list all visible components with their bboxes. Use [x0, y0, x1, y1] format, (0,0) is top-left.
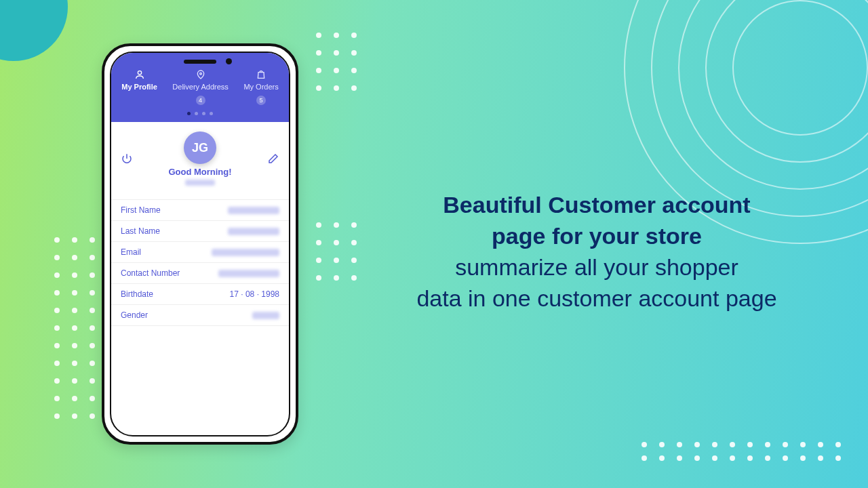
field-value-blurred	[228, 228, 279, 235]
heading-bold-line1: Beautiful Customer account	[353, 190, 841, 221]
user-icon	[134, 69, 145, 80]
tab-label: My Profile	[121, 83, 157, 91]
field-value-blurred	[228, 207, 279, 214]
tab-my-orders[interactable]: My Orders 5	[243, 69, 278, 105]
field-row-email: Email	[111, 242, 289, 263]
field-label: Contact Number	[121, 268, 180, 278]
field-label: Email	[121, 247, 141, 257]
field-value: 17 · 08 · 1998	[230, 289, 279, 299]
field-row-gender: Gender	[111, 305, 289, 326]
field-row-last-name: Last Name	[111, 221, 289, 242]
decor-dots	[316, 222, 357, 281]
field-label: Gender	[121, 310, 148, 320]
svg-point-0	[138, 71, 141, 75]
decor-dots	[642, 455, 841, 461]
avatar: JG	[184, 131, 216, 164]
bag-icon	[256, 69, 267, 80]
decor-dots	[54, 237, 95, 419]
phone-speaker	[184, 60, 216, 64]
pin-icon	[195, 69, 206, 80]
field-value-blurred	[212, 249, 279, 256]
tab-badge: 5	[256, 96, 266, 105]
heading-thin-line1: summarize all your shopper	[353, 252, 841, 283]
decor-blob	[0, 0, 68, 61]
field-value-blurred	[218, 270, 279, 277]
field-label: First Name	[121, 205, 161, 215]
profile-fields: First Name Last Name Email Contact Numbe…	[111, 199, 289, 326]
field-label: Birthdate	[121, 289, 153, 299]
tab-my-profile[interactable]: My Profile	[121, 69, 157, 105]
heading-bold-line2: page for your store	[353, 221, 841, 252]
tab-pagination-dots	[187, 112, 213, 115]
marketing-heading: Beautiful Customer account page for your…	[353, 190, 841, 314]
field-row-contact: Contact Number	[111, 263, 289, 284]
field-row-birthdate: Birthdate 17 · 08 · 1998	[111, 284, 289, 305]
decor-dots	[642, 442, 841, 447]
field-row-first-name: First Name	[111, 200, 289, 221]
phone-frame: My Profile Delivery Address 4 My Orders …	[102, 43, 298, 445]
tab-badge: 4	[196, 96, 205, 105]
profile-header: JG Good Morning!	[111, 122, 289, 190]
phone-screen: My Profile Delivery Address 4 My Orders …	[110, 52, 290, 436]
svg-point-1	[199, 73, 201, 75]
greeting-text: Good Morning!	[168, 167, 231, 177]
power-icon[interactable]	[121, 152, 133, 165]
field-label: Last Name	[121, 226, 160, 236]
tab-label: Delivery Address	[172, 83, 229, 91]
edit-icon[interactable]	[267, 152, 279, 165]
field-value-blurred	[252, 312, 279, 319]
phone-camera	[226, 58, 232, 64]
tab-delivery-address[interactable]: Delivery Address 4	[172, 69, 229, 105]
heading-thin-line2: data in one customer account page	[353, 283, 841, 314]
username-blurred	[185, 180, 215, 186]
decor-dots	[316, 33, 357, 91]
tab-label: My Orders	[243, 83, 278, 91]
